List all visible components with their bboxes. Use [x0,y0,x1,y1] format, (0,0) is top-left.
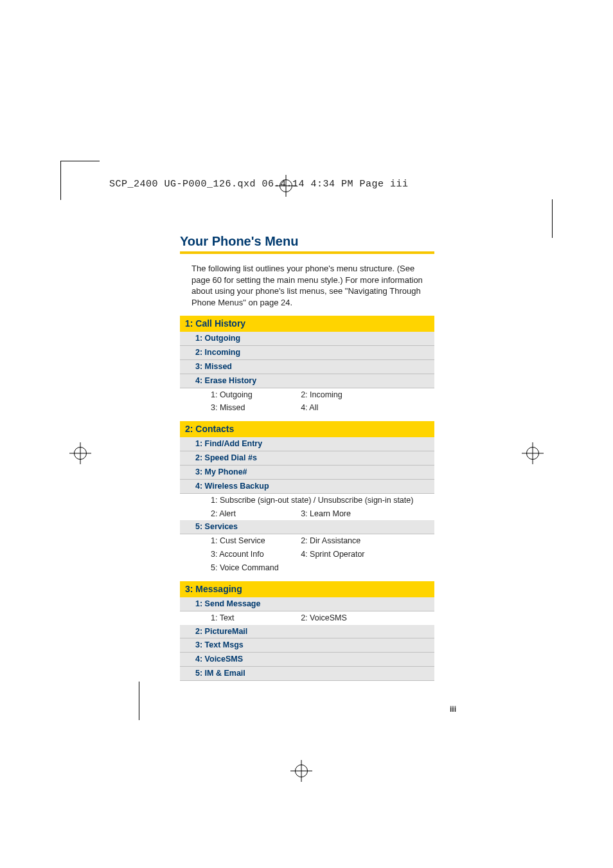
menu-item: 2: Incoming [297,388,434,401]
menu-subheading: 1: Outgoing [180,332,434,345]
menu-item: 2: VoiceSMS [297,611,434,624]
menu-subheading: 2: PictureMail [180,625,434,638]
section-header: 3: Messaging [180,581,434,597]
menu-subheading: 2: Speed Dial #s [180,451,434,466]
menu-item: 3: Learn More [297,507,434,521]
intro-paragraph: The following list outlines your phone's… [180,263,434,308]
menu-table: 2: Contacts1: Find/Add Entry2: Speed Dia… [180,421,434,575]
crop-mark-top-left [60,161,100,200]
menu-subheading: 4: Wireless Backup [180,479,434,493]
menu-item: 2: Dir Assistance [297,534,434,548]
menu-subheading: 5: IM & Email [180,667,434,681]
menu-subheading: 4: Erase History [180,374,434,388]
menu-subheading: 1: Find/Add Entry [180,437,434,451]
menu-item: 1: Cust Service [180,534,297,548]
registration-mark-icon [522,442,544,464]
menu-subheading: 3: Missed [180,359,434,374]
menu-item: 4: All [297,401,434,415]
registration-mark-icon [69,442,91,464]
menu-item: 2: Alert [180,507,297,521]
menu-item: 3: Account Info [180,548,297,561]
page-content: Your Phone's Menu The following list out… [180,234,434,687]
section-header: 2: Contacts [180,421,434,437]
page-title: Your Phone's Menu [180,234,434,249]
menu-item: 3: Missed [180,401,297,415]
menu-subheading: 4: VoiceSMS [180,653,434,667]
menu-table: 1: Call History1: Outgoing2: Incoming3: … [180,316,434,415]
registration-mark-icon [290,760,312,782]
menu-subheading: 2: Incoming [180,345,434,359]
menu-item: 1: Subscribe (sign-out state) / Unsubscr… [180,493,434,507]
menu-subheading: 3: Text Msgs [180,638,434,653]
section-header: 1: Call History [180,316,434,332]
page-number: iii [450,705,456,714]
menu-item [297,561,434,575]
menu-table: 3: Messaging1: Send Message1: Text2: Voi… [180,581,434,681]
document-header: SCP_2400 UG-P000_126.qxd 06.4.14 4:34 PM… [109,179,409,190]
menu-subheading: 1: Send Message [180,597,434,611]
menu-item: 1: Outgoing [180,388,297,401]
menu-item: 4: Sprint Operator [297,548,434,561]
title-underline [180,251,434,254]
menu-item: 1: Text [180,611,297,624]
menu-subheading: 5: Services [180,520,434,534]
crop-mark-bottom-left [139,682,139,720]
menu-subheading: 3: My Phone# [180,465,434,479]
menu-item: 5: Voice Command [180,561,297,575]
crop-mark-top-right [552,199,553,238]
